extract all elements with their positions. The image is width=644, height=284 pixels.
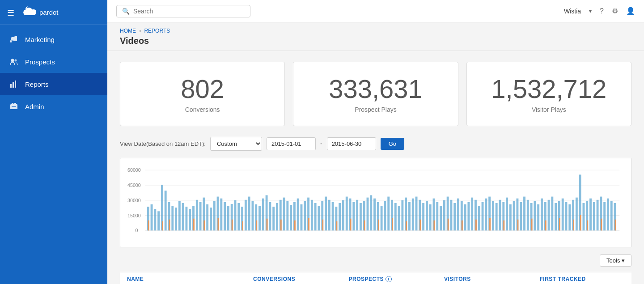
th-visitors[interactable]: VISITORS: [441, 276, 536, 282]
start-date-input[interactable]: [267, 137, 316, 150]
page-title: Videos: [120, 36, 631, 46]
settings-icon[interactable]: ⚙: [612, 7, 618, 15]
visitor-plays-label: Visitor Plays: [532, 106, 566, 113]
svg-rect-57: [276, 203, 278, 230]
svg-rect-159: [203, 220, 205, 231]
svg-rect-145: [583, 203, 585, 230]
salesforce-logo: [20, 6, 36, 18]
th-prospects[interactable]: PROSPECTS i: [345, 276, 441, 282]
prospects-icon: [9, 57, 19, 67]
svg-rect-79: [352, 202, 355, 230]
svg-rect-104: [440, 206, 442, 230]
svg-rect-88: [384, 201, 386, 231]
tools-button[interactable]: Tools ▾: [600, 254, 631, 267]
svg-rect-177: [448, 219, 449, 231]
svg-rect-157: [169, 220, 170, 231]
help-icon[interactable]: ?: [600, 7, 604, 15]
svg-rect-59: [283, 197, 285, 230]
sidebar-item-admin[interactable]: Admin: [0, 95, 107, 118]
svg-point-1: [11, 59, 14, 62]
svg-rect-61: [290, 205, 292, 230]
svg-rect-151: [603, 202, 606, 230]
hamburger-button[interactable]: ☰: [4, 6, 18, 20]
svg-rect-76: [342, 200, 344, 231]
prospect-plays-number: 333,631: [329, 75, 423, 103]
visitor-plays-number: 1,532,712: [491, 75, 606, 103]
svg-rect-190: [615, 220, 616, 231]
search-input[interactable]: [133, 8, 245, 15]
breadcrumb-home[interactable]: HOME: [120, 28, 136, 34]
svg-rect-143: [576, 197, 578, 230]
sidebar-item-marketing[interactable]: Marketing: [0, 28, 107, 51]
user-icon[interactable]: 👤: [626, 7, 635, 15]
svg-rect-67: [311, 200, 313, 231]
svg-rect-23: [157, 211, 160, 230]
search-icon: 🔍: [122, 8, 130, 15]
svg-rect-181: [503, 220, 504, 231]
sidebar: ☰ pardot Marketing: [0, 0, 107, 284]
svg-rect-25: [165, 191, 167, 230]
account-dropdown-arrow[interactable]: ▾: [589, 8, 592, 14]
svg-rect-87: [381, 206, 383, 230]
svg-rect-22: [154, 209, 156, 230]
svg-rect-163: [256, 220, 257, 231]
breadcrumb-reports[interactable]: REPORTS: [144, 28, 170, 34]
svg-rect-178: [462, 220, 463, 231]
svg-rect-111: [464, 204, 466, 230]
svg-rect-46: [237, 203, 240, 230]
svg-rect-39: [213, 201, 216, 231]
svg-rect-101: [429, 204, 432, 230]
svg-rect-171: [364, 220, 365, 231]
page-header: HOME > REPORTS Videos: [107, 22, 644, 51]
th-conversions[interactable]: CONVERSIONS: [250, 276, 345, 282]
chart-svg: 60000 45000 30000 15000 0: [127, 165, 624, 243]
svg-rect-123: [506, 197, 508, 230]
svg-text:45000: 45000: [127, 182, 141, 188]
svg-rect-89: [387, 196, 390, 230]
topbar-right: Wistia ▾ ? ⚙ 👤: [564, 7, 635, 15]
svg-rect-3: [10, 84, 12, 88]
sidebar-item-prospects-label: Prospects: [25, 58, 55, 66]
svg-rect-185: [559, 218, 560, 231]
svg-rect-35: [199, 202, 202, 230]
end-date-input[interactable]: [327, 137, 376, 150]
svg-rect-183: [531, 219, 533, 231]
sidebar-item-prospects[interactable]: Prospects: [0, 51, 107, 73]
svg-point-2: [15, 59, 17, 62]
go-button[interactable]: Go: [381, 138, 404, 150]
date-range-select[interactable]: Custom Last 7 days Last 30 days Last 90 …: [210, 137, 262, 151]
stat-cards: 802 Conversions 333,631 Prospect Plays 1…: [120, 62, 631, 126]
svg-rect-53: [262, 198, 264, 230]
svg-rect-186: [573, 220, 574, 231]
th-name[interactable]: NAME: [120, 276, 250, 282]
svg-rect-121: [499, 200, 501, 231]
svg-rect-152: [607, 198, 609, 230]
svg-rect-135: [548, 200, 550, 231]
svg-rect-184: [545, 220, 547, 231]
svg-rect-172: [378, 220, 379, 231]
sidebar-item-marketing-label: Marketing: [25, 36, 55, 43]
svg-rect-34: [196, 200, 198, 231]
svg-rect-7: [12, 103, 13, 104]
svg-rect-116: [482, 202, 484, 230]
svg-rect-77: [346, 196, 348, 230]
svg-rect-84: [370, 195, 372, 230]
svg-rect-71: [325, 196, 327, 230]
svg-rect-43: [227, 206, 229, 230]
svg-rect-28: [175, 208, 177, 230]
svg-rect-68: [314, 203, 317, 230]
svg-rect-188: [587, 220, 588, 231]
sidebar-item-reports[interactable]: Reports: [0, 73, 107, 95]
svg-rect-161: [232, 220, 233, 231]
svg-rect-117: [485, 198, 487, 230]
svg-rect-64: [301, 204, 303, 230]
prospects-info-icon[interactable]: i: [386, 276, 392, 282]
svg-rect-50: [252, 201, 254, 231]
svg-rect-109: [457, 198, 459, 230]
th-first-tracked[interactable]: FIRST TRACKED: [536, 276, 632, 282]
svg-rect-97: [415, 196, 418, 230]
svg-rect-48: [245, 200, 247, 231]
svg-rect-56: [272, 207, 275, 230]
svg-rect-4: [13, 82, 14, 88]
svg-rect-174: [406, 221, 407, 230]
